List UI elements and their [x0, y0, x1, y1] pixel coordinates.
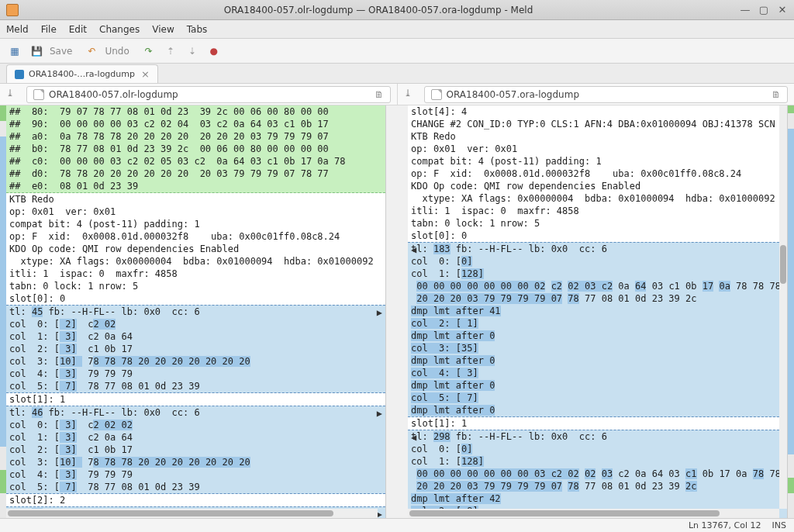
diff-line[interactable]: col 4: [ 3] 79 79 79	[6, 468, 385, 481]
diff-line[interactable]: 00 00 00 00 00 00 00 03 c2 02 02 03 c2 0…	[408, 468, 787, 480]
diff-line[interactable]: col 2: [ 3] c1 0b 17	[6, 444, 385, 456]
diff-line[interactable]: col 1: [128]	[408, 268, 787, 280]
diff-line[interactable]: itli: 1 ispac: 0 maxfr: 4858	[408, 205, 787, 217]
diff-line[interactable]: tl: 183 fb: --H-FL-- lb: 0x0 cc: 6◀	[408, 242, 787, 255]
diff-line[interactable]: compat bit: 4 (post-11) padding: 1	[6, 218, 385, 230]
diff-line[interactable]: ## b0: 78 77 08 01 0d 23 39 2c 00 06 00 …	[6, 143, 385, 155]
diff-line[interactable]: KDO Op code: QMI row dependencies Enable…	[6, 243, 385, 255]
right-file-entry[interactable]: ORA18400-057.ora-logdump 🗎	[424, 86, 789, 103]
diff-line[interactable]: col 0: [ 3] c2 02 02	[6, 419, 385, 431]
diff-line[interactable]: op: 0x01 ver: 0x01	[408, 143, 787, 155]
diff-line[interactable]: col 4: [ 3]	[408, 367, 787, 379]
stop-button[interactable]: ●	[205, 43, 223, 60]
minimize-button[interactable]: —	[740, 5, 751, 16]
diff-line[interactable]: col 5: [ 7] 78 77 08 01 0d 23 39	[6, 481, 385, 494]
redo-button[interactable]: ↷	[140, 43, 157, 60]
diff-line[interactable]: slot[4]: 4	[408, 105, 787, 118]
diff-line[interactable]: slot[1]: 1	[6, 393, 385, 406]
save-right-icon[interactable]: ⤓	[404, 88, 418, 102]
horizontal-scrollbar[interactable]	[6, 509, 378, 518]
diff-line[interactable]: col 0: [0]	[408, 255, 787, 268]
diff-line[interactable]: ## 80: 79 07 78 77 08 01 0d 23 39 2c 00 …	[6, 105, 385, 118]
left-change-map[interactable]	[0, 105, 6, 518]
diff-line[interactable]: tl: 46 fb: --H-FL-- lb: 0x0 cc: 6▶	[6, 406, 385, 419]
diff-line[interactable]: col 2: [ 1]	[408, 317, 787, 330]
diff-line[interactable]: col 1: [128]	[408, 455, 787, 468]
document-tab[interactable]: ORA18400-…ra-logdump ×	[6, 64, 158, 83]
diff-line[interactable]: tabn: 0 lock: 1 nrow: 5	[408, 217, 787, 230]
diff-line[interactable]: col 0: [ 2] c2 02	[6, 318, 385, 330]
diff-line[interactable]: ## a0: 0a 78 78 78 20 20 20 20 20 20 20 …	[6, 130, 385, 143]
push-down-button[interactable]: ⇣	[184, 43, 201, 60]
diff-line[interactable]: slot[0]: 0	[6, 292, 385, 305]
vertical-scrollbar[interactable]	[779, 105, 787, 509]
right-change-map[interactable]	[788, 105, 794, 518]
diff-line[interactable]: 00 00 00 00 00 00 00 02 c2 02 03 c2 0a 6…	[408, 280, 787, 292]
diff-line[interactable]: KTB Redo	[408, 130, 787, 143]
left-open-external-icon[interactable]: 🗎	[375, 89, 384, 100]
menu-edit[interactable]: Edit	[69, 24, 87, 35]
diff-line[interactable]: col 1: [ 3] c2 0a 64	[6, 330, 385, 343]
diff-line[interactable]: dmp lmt after 0	[408, 404, 787, 417]
diff-line[interactable]: ## d0: 78 78 20 20 20 20 20 20 20 03 79 …	[6, 168, 385, 180]
diff-line[interactable]: slot[2]: 2	[6, 494, 385, 506]
diff-line[interactable]: col 3: [10] 78 78 78 20 20 20 20 20 20 2…	[6, 355, 385, 368]
tab-close-button[interactable]: ×	[141, 68, 150, 80]
menu-view[interactable]: View	[152, 24, 174, 35]
diff-line[interactable]: tl: 45 fb: --H-FL-- lb: 0x0 cc: 6▶	[6, 305, 385, 318]
diff-line[interactable]: col 2: [ 3] c1 0b 17	[6, 343, 385, 355]
diff-line[interactable]: 20 20 20 03 79 79 79 79 07 78 77 08 01 0…	[408, 292, 787, 305]
close-button[interactable]: ✕	[777, 5, 788, 16]
save-left-icon[interactable]: ⤓	[6, 88, 20, 102]
push-left-icon[interactable]: ◀	[411, 244, 416, 256]
diff-line[interactable]: slot[0]: 0	[408, 230, 787, 242]
diff-line[interactable]: itli: 1 ispac: 0 maxfr: 4858	[6, 268, 385, 280]
diff-line[interactable]: KDO Op code: QMI row dependencies Enable…	[408, 180, 787, 192]
push-left-icon[interactable]: ◀	[411, 431, 416, 444]
diff-line[interactable]: ## 90: 00 00 00 00 03 c2 02 04 03 c2 0a …	[6, 118, 385, 130]
left-pane[interactable]: ## 80: 79 07 78 77 08 01 0d 23 39 2c 00 …	[6, 105, 386, 518]
diff-line[interactable]: dmp lmt after 0	[408, 379, 787, 392]
diff-line[interactable]: compat bit: 4 (post-11) padding: 1	[408, 155, 787, 168]
diff-line[interactable]: CHANGE #2 CON_ID:0 TYP:0 CLS:1 AFN:4 DBA…	[408, 118, 787, 130]
compare-button[interactable]: ▦	[6, 43, 23, 60]
diff-line[interactable]: dmp lmt after 42	[408, 492, 787, 505]
menu-changes[interactable]: Changes	[99, 24, 140, 35]
diff-line[interactable]: 20 20 20 03 79 79 79 79 07 78 77 08 01 0…	[408, 480, 787, 492]
diff-line[interactable]: col 0: [0]	[408, 443, 787, 455]
menu-meld[interactable]: Meld	[6, 24, 29, 35]
diff-line[interactable]: slot[1]: 1	[408, 417, 787, 430]
diff-line[interactable]: op: 0x01 ver: 0x01	[6, 206, 385, 218]
diff-line[interactable]: dmp lmt after 0	[408, 330, 787, 342]
right-pane[interactable]: slot[4]: 4CHANGE #2 CON_ID:0 TYP:0 CLS:1…	[408, 105, 788, 518]
diff-line[interactable]: dmp lmt after 41	[408, 305, 787, 317]
diff-line[interactable]: col 1: [ 3] c2 0a 64	[6, 431, 385, 444]
diff-line[interactable]: col 3: [10] 78 78 78 20 20 20 20 20 20 2…	[6, 456, 385, 468]
undo-button[interactable]: ↶	[83, 43, 100, 60]
diff-line[interactable]: ## c0: 00 00 00 03 c2 02 05 03 c2 0a 64 …	[6, 155, 385, 168]
push-right-icon[interactable]: ▶	[377, 407, 382, 420]
menu-tabs[interactable]: Tabs	[187, 24, 208, 35]
maximize-button[interactable]: ▢	[758, 5, 769, 16]
horizontal-scrollbar[interactable]	[408, 509, 779, 518]
diff-line[interactable]: xtype: XA flags: 0x00000004 bdba: 0x0100…	[6, 255, 385, 268]
titlebar: ORA18400-057.olr-logdump — ORA18400-057.…	[0, 0, 794, 20]
diff-line[interactable]: tabn: 0 lock: 1 nrow: 5	[6, 280, 385, 292]
diff-line[interactable]: KTB Redo	[6, 193, 385, 206]
diff-line[interactable]: dmp lmt after 0	[408, 354, 787, 367]
save-button[interactable]: 💾	[28, 43, 45, 60]
push-up-button[interactable]: ⇡	[162, 43, 179, 60]
diff-line[interactable]: col 5: [ 7] 78 77 08 01 0d 23 39	[6, 380, 385, 393]
diff-line[interactable]: op: F xid: 0x0008.01d.000032f8 uba: 0x00…	[6, 230, 385, 243]
diff-line[interactable]: op: F xid: 0x0008.01d.000032f8 uba: 0x00…	[408, 168, 787, 180]
diff-line[interactable]: tl: 298 fb: --H-FL-- lb: 0x0 cc: 6◀	[408, 430, 787, 443]
push-right-icon[interactable]: ▶	[377, 306, 382, 319]
diff-line[interactable]: col 5: [ 7]	[408, 392, 787, 404]
diff-line[interactable]: col 4: [ 3] 79 79 79	[6, 368, 385, 380]
right-open-external-icon[interactable]: 🗎	[772, 89, 781, 100]
menu-file[interactable]: File	[41, 24, 57, 35]
diff-line[interactable]: xtype: XA flags: 0x00000004 bdba: 0x0100…	[408, 192, 787, 205]
diff-line[interactable]: ## e0: 08 01 0d 23 39	[6, 180, 385, 193]
diff-line[interactable]: col 3: [35]	[408, 342, 787, 354]
left-file-entry[interactable]: ORA18400-057.olr-logdump 🗎	[26, 86, 391, 103]
